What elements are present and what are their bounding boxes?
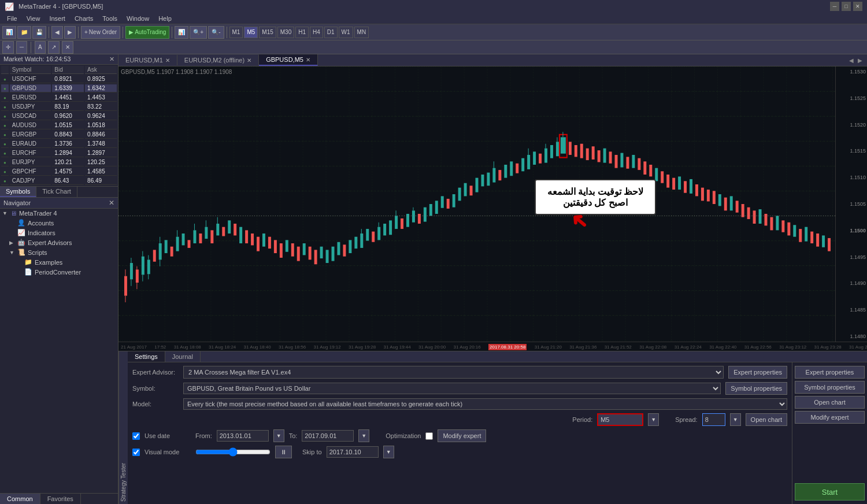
to-date-picker[interactable]: ▼ [358,429,369,442]
symbol-props-side-button[interactable]: Symbol properties [795,381,865,394]
from-date-input[interactable] [217,430,269,442]
title-bar-controls[interactable]: ─ □ ✕ [830,2,862,11]
open-button[interactable]: 📁 [17,26,31,39]
new-chart-button[interactable]: 📊 [2,26,16,39]
tf-mn[interactable]: MN [354,27,369,38]
menu-insert[interactable]: Insert [45,14,70,23]
market-watch-row[interactable]: ● GBPUSD 1.6339 1.6342 [1,84,117,92]
optimization-checkbox[interactable] [425,432,433,440]
period-dropdown-btn[interactable]: ▼ [648,413,659,426]
menu-help[interactable]: Help [154,14,176,23]
tree-item-indicators[interactable]: 📈 Indicators [0,228,118,238]
delete-button[interactable]: ✕ [62,41,73,54]
price-1.1505: 1.1505 [850,201,866,207]
navigator-close[interactable]: ✕ [109,199,114,207]
tf-w1[interactable]: W1 [339,27,353,38]
skip-to-input[interactable] [327,446,379,458]
tab-favorites[interactable]: Favorites [40,494,81,504]
market-watch-close[interactable]: ✕ [109,55,114,63]
chart-bar-button[interactable]: 📊 [175,26,188,39]
modify-expert-side-button[interactable]: Modify expert [795,411,865,424]
chart-tab-gbpusd-m5[interactable]: GBPUSD,M5 ✕ [259,54,318,66]
from-date-picker[interactable]: ▼ [273,429,284,442]
tab-symbols[interactable]: Symbols [0,187,36,197]
market-watch-row[interactable]: ● EURGBP 0.8843 0.8846 [1,131,117,139]
text-button[interactable]: A [35,41,46,54]
tf-d1[interactable]: D1 [324,27,338,38]
period-input[interactable] [597,413,643,426]
market-watch-row[interactable]: ● USDCHF 0.8921 0.8925 [1,75,117,83]
visual-speed-slider[interactable] [195,449,271,455]
tree-item-metatrader4[interactable]: ▼ 🖥 MetaTrader 4 [0,209,118,218]
tree-item-expert-advisors[interactable]: ▶ 🤖 Expert Advisors [0,238,118,247]
tree-item-accounts[interactable]: 👤 Accounts [0,218,118,228]
expert-dropdown[interactable]: 2 MA Crosses Mega filter EA V1.ex4 [183,366,724,379]
start-button[interactable]: Start [795,483,865,501]
tf-h1[interactable]: H1 [295,27,309,38]
market-watch-row[interactable]: ● GBPCHF 1.4575 1.4585 [1,168,117,176]
menu-file[interactable]: File [2,14,22,23]
tab-settings[interactable]: Settings [128,351,165,362]
open-chart-side-button[interactable]: Open chart [795,396,865,409]
market-watch-row[interactable]: ● EURUSD 1.4451 1.4453 [1,94,117,102]
tf-m1[interactable]: M1 [229,27,243,38]
symbol-select[interactable]: GBPUSD, Great Britain Pound vs US Dollar [183,383,721,394]
spread-input[interactable] [702,413,725,426]
arrow-button[interactable]: ↗ [48,41,60,54]
tf-m5[interactable]: M5 [244,27,258,38]
tab-common[interactable]: Common [0,494,40,504]
skip-to-picker[interactable]: ▼ [383,446,394,458]
market-watch-row[interactable]: ● EURCHF 1.2894 1.2897 [1,149,117,157]
maximize-button[interactable]: □ [842,2,851,11]
chart-scroll-left[interactable]: ◀ [849,57,854,64]
close-button[interactable]: ✕ [853,2,862,11]
auto-trading-button[interactable]: ▶ AutoTrading [125,26,169,39]
expert-props-button[interactable]: Expert properties [728,366,787,379]
new-order-button[interactable]: + New Order [81,26,120,39]
model-select[interactable]: Every tick (the most precise method base… [183,398,787,410]
market-watch-row[interactable]: ● AUDUSD 1.0515 1.0518 [1,121,117,129]
tf-m15[interactable]: M15 [259,27,276,38]
chart-tab-eurusd-m2[interactable]: EURUSD,M2 (offline) ✕ [177,55,259,65]
tf-m30[interactable]: M30 [277,27,294,38]
to-date-input[interactable] [302,430,354,442]
menu-window[interactable]: Window [122,14,154,23]
save-button[interactable]: 💾 [32,26,46,39]
chart-scroll-right[interactable]: ▶ [858,57,862,64]
tree-item-scripts[interactable]: ▼ 📜 Scripts [0,247,118,257]
minimize-button[interactable]: ─ [830,2,839,11]
close-eurusd-m2[interactable]: ✕ [247,57,251,64]
market-watch-row[interactable]: ● EURAUD 1.3736 1.3748 [1,140,117,148]
zoom-out-button[interactable]: 🔍- [208,26,224,39]
market-watch-row[interactable]: ● EURJPY 120.21 120.25 [1,158,117,166]
menu-view[interactable]: View [22,14,45,23]
back-button[interactable]: ◀ [51,26,63,39]
tab-tick-chart[interactable]: Tick Chart [36,187,77,197]
market-watch-row[interactable]: ● USDJPY 83.19 83.22 [1,103,117,111]
crosshair-button[interactable]: ✛ [2,41,14,54]
modify-expert-button[interactable]: Modify expert [438,429,486,442]
pause-button[interactable]: ⏸ [275,446,292,458]
visual-mode-checkbox[interactable] [132,449,140,456]
use-date-checkbox[interactable] [132,432,140,440]
market-watch-row[interactable]: ● CADJPY 86.43 86.49 [1,177,117,185]
spread-dropdown-btn[interactable]: ▼ [730,413,741,426]
chart-canvas[interactable]: GBPUSD,M5 1.1907 1.1908 1.1907 1.1908 [118,66,835,342]
strategy-tester-tab[interactable]: Strategy Tester [118,351,128,504]
close-eurusd-m1[interactable]: ✕ [165,57,170,64]
open-chart-button[interactable]: Open chart [746,413,787,426]
line-button[interactable]: ─ [16,41,27,54]
forward-button[interactable]: ▶ [64,26,76,39]
expert-props-side-button[interactable]: Expert properties [795,366,865,379]
close-gbpusd-m5[interactable]: ✕ [306,57,310,63]
tree-item-period-converter[interactable]: 📄 PeriodConverter [0,267,118,277]
tf-h4[interactable]: H4 [310,27,323,38]
tree-item-examples[interactable]: 📁 Examples [0,257,118,267]
zoom-in-button[interactable]: 🔍+ [190,26,207,39]
market-watch-row[interactable]: ● USDCAD 0.9620 0.9624 [1,112,117,120]
menu-tools[interactable]: Tools [98,14,122,23]
chart-tab-eurusd-m1[interactable]: EURUSD,M1 ✕ [118,55,177,65]
symbol-props-button[interactable]: Symbol properties [725,382,787,395]
menu-charts[interactable]: Charts [70,14,98,23]
tab-journal[interactable]: Journal [165,351,201,362]
